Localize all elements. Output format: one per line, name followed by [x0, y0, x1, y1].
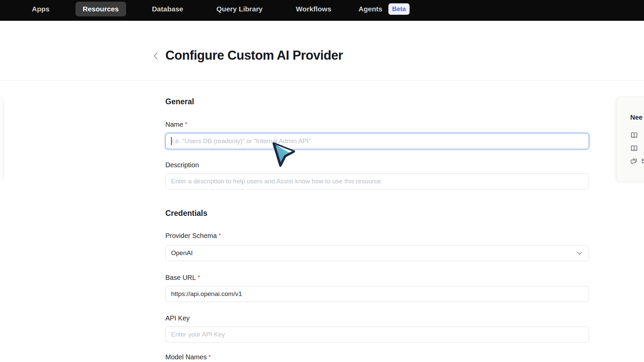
tab-resources[interactable]: Resources — [75, 2, 126, 16]
help-link-label: S — [641, 158, 644, 165]
description-label: Description — [165, 161, 589, 170]
model-names-label-text: Model Names — [165, 353, 207, 361]
base-url-label: Base URL * — [165, 274, 589, 282]
help-link-support[interactable]: S — [630, 156, 644, 166]
name-input[interactable]: i.e. "Users DB (readonly)" or "Internal … — [165, 133, 589, 149]
tab-agents-group[interactable]: Agents Beta — [357, 2, 410, 16]
required-asterisk: * — [208, 353, 211, 361]
api-key-input[interactable] — [165, 326, 589, 343]
required-asterisk: * — [218, 232, 221, 239]
chevron-down-icon — [576, 249, 583, 257]
tab-query-library[interactable]: Query Library — [209, 2, 270, 16]
help-panel-heading: Nee — [630, 114, 644, 121]
api-key-label-text: API Key — [165, 314, 190, 322]
description-label-text: Description — [165, 161, 199, 169]
tab-agents[interactable]: Agents — [357, 2, 384, 16]
model-names-label: Model Names * — [165, 353, 589, 362]
provider-schema-label: Provider Schema * — [165, 232, 589, 240]
config-form: General Name * i.e. "Users DB (readonly)… — [165, 80, 589, 362]
required-asterisk: * — [198, 274, 200, 281]
help-link-docs-1[interactable] — [630, 130, 644, 140]
chat-icon — [630, 158, 637, 165]
back-button[interactable] — [150, 50, 162, 62]
top-nav: Apps Resources Database Query Library Wo… — [0, 0, 644, 21]
name-label: Name * — [165, 121, 589, 129]
beta-badge: Beta — [388, 3, 410, 15]
book-icon — [630, 144, 638, 152]
text-caret — [171, 137, 172, 145]
provider-schema-select[interactable]: OpenAI — [165, 245, 589, 261]
provider-schema-label-text: Provider Schema — [165, 232, 217, 240]
base-url-label-text: Base URL — [165, 274, 196, 282]
required-asterisk: * — [185, 121, 187, 128]
help-panel: Nee S — [616, 97, 644, 182]
provider-schema-value: OpenAI — [171, 249, 193, 257]
tab-workflows[interactable]: Workflows — [288, 2, 339, 16]
tab-database[interactable]: Database — [145, 2, 191, 16]
section-heading-credentials: Credentials — [165, 209, 589, 218]
base-url-input[interactable] — [165, 286, 589, 302]
help-link-docs-2[interactable] — [630, 143, 644, 153]
description-input[interactable] — [165, 173, 589, 189]
page-title: Configure Custom AI Provider — [165, 48, 343, 63]
name-placeholder: i.e. "Users DB (readonly)" or "Internal … — [172, 137, 311, 145]
section-heading-general: General — [165, 97, 589, 107]
book-icon — [630, 131, 638, 139]
tab-apps[interactable]: Apps — [24, 2, 57, 16]
left-panel-edge — [0, 96, 3, 180]
api-key-label: API Key — [165, 314, 589, 323]
chevron-left-icon — [152, 51, 160, 61]
name-label-text: Name — [165, 121, 183, 128]
